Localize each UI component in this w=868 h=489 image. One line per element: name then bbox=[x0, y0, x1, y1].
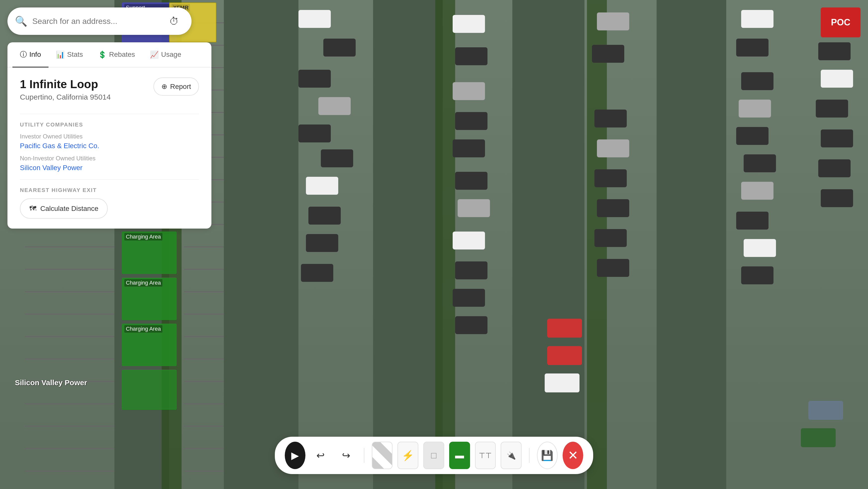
utility-section-label: UTILITY COMPANIES bbox=[20, 121, 199, 128]
utility-pole-icon: 🔌 bbox=[507, 451, 516, 460]
usage-tab-icon: 📈 bbox=[150, 51, 159, 59]
cursor-icon: ▶ bbox=[291, 450, 299, 461]
search-icon: 🔍 bbox=[15, 16, 27, 27]
charging-area-5-label: Charging Area bbox=[124, 279, 162, 287]
tab-info[interactable]: ⓘ Info bbox=[12, 42, 49, 67]
tab-stats-label: Stats bbox=[67, 51, 83, 58]
close-icon: ✕ bbox=[568, 448, 578, 463]
report-icon: ⊕ bbox=[161, 82, 167, 91]
highway-section: NEAREST HIGHWAY EXIT 🗺 Calculate Distanc… bbox=[20, 187, 199, 219]
address-line1: 1 Infinite Loop bbox=[20, 78, 111, 91]
pacific-gas-link[interactable]: Pacific Gas & Electric Co. bbox=[20, 142, 199, 150]
cursor-tool-button[interactable]: ▶ bbox=[285, 442, 305, 469]
address-section: 1 Infinite Loop Cupertino, California 95… bbox=[20, 78, 199, 101]
pole-line-icon: ⊤⊤ bbox=[479, 451, 492, 460]
redo-icon: ↪ bbox=[342, 450, 350, 461]
tab-rebates-label: Rebates bbox=[109, 51, 135, 58]
redo-button[interactable]: ↪ bbox=[336, 442, 356, 469]
tab-usage-label: Usage bbox=[161, 51, 181, 58]
green-box-tool[interactable]: ▬ bbox=[449, 442, 470, 469]
address-text: 1 Infinite Loop Cupertino, California 95… bbox=[20, 78, 111, 101]
history-icon: ⏱ bbox=[169, 16, 179, 27]
divider-1 bbox=[20, 114, 199, 114]
save-icon: 💾 bbox=[541, 450, 553, 461]
charging-area-4: Charging Area bbox=[122, 232, 177, 274]
report-button[interactable]: ⊕ Report bbox=[153, 78, 199, 96]
close-button[interactable]: ✕ bbox=[563, 442, 583, 469]
highway-section-label: NEAREST HIGHWAY EXIT bbox=[20, 187, 199, 194]
transformer-box-tool[interactable]: □ bbox=[423, 442, 444, 469]
info-panel: ⓘ Info 📊 Stats 💲 Rebates 📈 Usage 1 I bbox=[7, 42, 211, 229]
charging-area-6: Charging Area bbox=[122, 324, 177, 366]
calc-distance-label: Calculate Distance bbox=[40, 205, 98, 212]
silicon-valley-power-link[interactable]: Silicon Valley Power bbox=[20, 164, 199, 172]
undo-icon: ↩ bbox=[316, 450, 325, 461]
utility-section: UTILITY COMPANIES Investor Owned Utiliti… bbox=[20, 121, 199, 172]
tabs-container: ⓘ Info 📊 Stats 💲 Rebates 📈 Usage bbox=[7, 42, 211, 67]
tab-usage[interactable]: 📈 Usage bbox=[143, 42, 189, 67]
bottom-toolbar: ▶ ↩ ↪ ⚡ □ ▬ ⊤⊤ 🔌 💾 ✕ bbox=[275, 437, 593, 474]
save-button[interactable]: 💾 bbox=[537, 442, 558, 469]
utility-pole-tool[interactable]: 🔌 bbox=[501, 442, 522, 469]
non-investor-owned-label: Non-Investor Owned Utilities bbox=[20, 155, 199, 162]
history-button[interactable]: ⏱ bbox=[164, 11, 184, 31]
charging-area-extra bbox=[122, 370, 177, 409]
ev-station-tool[interactable]: ⚡ bbox=[397, 442, 418, 469]
green-box-icon: ▬ bbox=[455, 450, 464, 461]
calculate-distance-button[interactable]: 🗺 Calculate Distance bbox=[20, 198, 108, 219]
poc-badge: POC bbox=[821, 7, 861, 37]
tab-stats[interactable]: 📊 Stats bbox=[49, 42, 91, 67]
striped-box-tool[interactable] bbox=[372, 442, 393, 469]
pole-line-tool[interactable]: ⊤⊤ bbox=[475, 442, 496, 469]
address-line2: Cupertino, California 95014 bbox=[20, 93, 111, 101]
search-bar: 🔍 ⏱ bbox=[7, 7, 191, 35]
investor-owned-label: Investor Owned Utilities bbox=[20, 133, 199, 140]
calc-distance-icon: 🗺 bbox=[29, 204, 36, 212]
search-input[interactable] bbox=[32, 17, 159, 26]
transformer-box-icon: □ bbox=[431, 450, 436, 461]
charging-area-4-label: Charging Area bbox=[124, 233, 162, 240]
charging-area-5: Charging Area bbox=[122, 278, 177, 320]
undo-button[interactable]: ↩ bbox=[310, 442, 331, 469]
toolbar-separator-2 bbox=[529, 448, 529, 463]
panel-content: 1 Infinite Loop Cupertino, California 95… bbox=[7, 67, 211, 229]
toolbar-separator-1 bbox=[364, 448, 364, 463]
charging-area-6-label: Charging Area bbox=[124, 325, 162, 333]
tab-info-label: Info bbox=[29, 51, 41, 58]
stats-tab-icon: 📊 bbox=[56, 51, 65, 59]
rebates-tab-icon: 💲 bbox=[98, 51, 107, 59]
tab-rebates[interactable]: 💲 Rebates bbox=[91, 42, 143, 67]
report-button-label: Report bbox=[170, 83, 191, 91]
info-tab-icon: ⓘ bbox=[20, 50, 27, 59]
ev-station-icon: ⚡ bbox=[402, 450, 414, 461]
